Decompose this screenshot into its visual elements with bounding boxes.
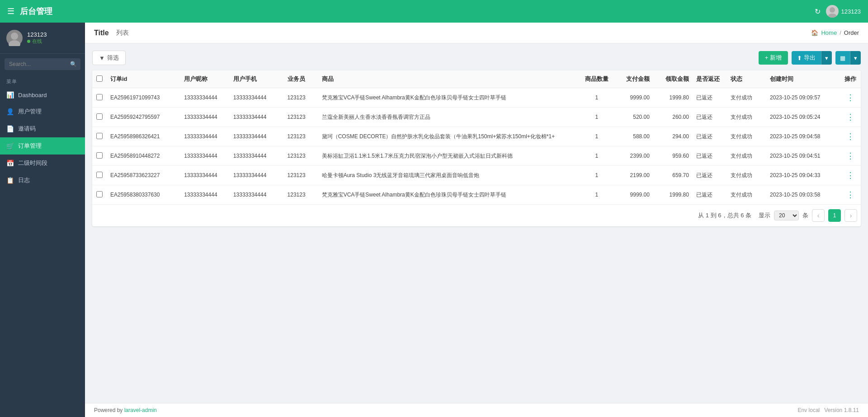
sidebar-user: 123123 在线 — [0, 23, 85, 54]
user-info[interactable]: 123123 — [826, 5, 861, 18]
filter-button[interactable]: ▼ 筛选 — [92, 51, 126, 65]
row-createtime: 2023-10-25 09:03:58 — [766, 185, 840, 205]
footer: Powered by laravel-admin Env local Versi… — [85, 403, 868, 417]
export-group: ⬆ 导出 ▾ — [792, 51, 832, 65]
row-action-dots[interactable]: ⋮ — [846, 112, 854, 122]
col-header-orderid: 订单id — [107, 70, 180, 88]
row-amount: 520.00 — [614, 108, 653, 127]
sidebar-item-users[interactable]: 👤 用户管理 — [0, 103, 85, 120]
row-action-dots[interactable]: ⋮ — [846, 171, 854, 180]
row-refund: 已返还 — [693, 88, 727, 108]
next-page-button[interactable]: › — [844, 209, 857, 222]
invite-icon: 📄 — [6, 125, 14, 132]
row-agent: 123123 — [284, 166, 318, 185]
sidebar-search-container: 🔍 — [0, 54, 85, 75]
svg-point-0 — [830, 7, 835, 13]
filter-icon: ▼ — [99, 55, 105, 61]
row-action[interactable]: ⋮ — [840, 146, 861, 166]
sidebar-item-orders[interactable]: 🛒 订单管理 — [0, 137, 85, 155]
laravel-admin-link[interactable]: laravel-admin — [124, 407, 157, 413]
row-action-dots[interactable]: ⋮ — [846, 151, 854, 160]
row-checkbox[interactable] — [96, 94, 103, 100]
row-checkbox[interactable] — [96, 113, 103, 120]
sidebar-item-label: 邀请码 — [18, 125, 36, 133]
row-cashback: 1999.80 — [653, 185, 693, 205]
row-checkbox[interactable] — [96, 133, 103, 139]
row-phone: 13333334444 — [230, 88, 284, 108]
row-status: 支付成功 — [727, 88, 766, 108]
footer-right: Env local Version 1.8.11 — [798, 407, 859, 413]
row-createtime: 2023-10-25 09:04:33 — [766, 166, 840, 185]
sidebar-item-dashboard[interactable]: 📊 Dashboard — [0, 87, 85, 103]
row-refund: 已返还 — [693, 108, 727, 127]
cols-caret-button[interactable]: ▾ — [850, 51, 861, 65]
export-caret-button[interactable]: ▾ — [821, 51, 832, 65]
page-1-button[interactable]: 1 — [828, 209, 841, 222]
row-phone: 13333334444 — [230, 108, 284, 127]
refresh-icon[interactable]: ↻ — [815, 7, 821, 16]
row-goods: 梵克雅宝VCA手链Sweet Alhambra黄K金配白色珍珠贝母手链女士四叶草… — [318, 88, 580, 108]
page-size-select[interactable]: 20 10 50 100 — [774, 211, 799, 220]
row-agent: 123123 — [284, 127, 318, 146]
col-header-status: 状态 — [727, 70, 766, 88]
add-button[interactable]: + 新增 — [759, 51, 788, 65]
row-checkbox-cell — [92, 88, 107, 108]
sidebar-item-logs[interactable]: 📋 日志 — [0, 172, 85, 189]
row-checkbox[interactable] — [96, 172, 103, 178]
export-button[interactable]: ⬆ 导出 — [792, 51, 821, 65]
svg-point-2 — [11, 33, 18, 40]
row-cashback: 260.00 — [653, 108, 693, 127]
row-action[interactable]: ⋮ — [840, 166, 861, 185]
row-createtime: 2023-10-25 09:05:24 — [766, 108, 840, 127]
cols-button[interactable]: ▦ — [835, 51, 850, 65]
hamburger-icon[interactable]: ☰ — [7, 6, 14, 16]
row-username: 13333334444 — [180, 108, 230, 127]
row-action[interactable]: ⋮ — [840, 185, 861, 205]
sidebar: 123123 在线 🔍 菜单 📊 Dashboard � — [0, 23, 85, 417]
prev-page-button[interactable]: ‹ — [812, 209, 825, 222]
row-goods: 美标浴缸卫浴1.1米1.5米1.7米压克力民宿深泡小户型无裙嵌入式浴缸日式新科德 — [318, 146, 580, 166]
table-card: 订单id 用户昵称 用户手机 业务员 商品 商品数量 支付金额 领取金额 是否返… — [92, 70, 861, 226]
table-row: EA25958986326421 13333334444 13333334444… — [92, 127, 861, 146]
row-action-dots[interactable]: ⋮ — [846, 132, 854, 141]
export-icon: ⬆ — [797, 55, 802, 61]
row-count: 1 — [580, 185, 614, 205]
env-label: Env local — [798, 407, 820, 413]
app-brand: 后台管理 — [20, 6, 52, 17]
row-phone: 13333334444 — [230, 146, 284, 166]
toolbar-right: + 新增 ⬆ 导出 ▾ ▦ ▾ — [759, 51, 861, 65]
sidebar-item-label: 用户管理 — [18, 108, 42, 116]
row-goods: 哈曼卡顿Aura Studio 3无线蓝牙音箱琉璃三代家用桌面音响低音炮 — [318, 166, 580, 185]
orders-table: 订单id 用户昵称 用户手机 业务员 商品 商品数量 支付金额 领取金额 是否返… — [92, 70, 861, 205]
top-nav-right: ↻ 123123 — [815, 5, 861, 18]
timeslot-icon: 📅 — [6, 159, 14, 167]
row-orderid: EA25958986326421 — [107, 127, 180, 146]
row-checkbox[interactable] — [96, 152, 103, 159]
row-username: 13333334444 — [180, 185, 230, 205]
row-action-dots[interactable]: ⋮ — [846, 93, 854, 102]
row-amount: 9999.00 — [614, 88, 653, 108]
sidebar-item-timeslot[interactable]: 📅 二级时间段 — [0, 155, 85, 172]
cols-group: ▦ ▾ — [835, 51, 861, 65]
top-user-name: 123123 — [841, 8, 861, 15]
row-agent: 123123 — [284, 185, 318, 205]
col-header-goods: 商品 — [318, 70, 580, 88]
row-action[interactable]: ⋮ — [840, 127, 861, 146]
show-label: 显示 — [759, 211, 770, 220]
row-action[interactable]: ⋮ — [840, 108, 861, 127]
row-username: 13333334444 — [180, 166, 230, 185]
row-count: 1 — [580, 166, 614, 185]
row-checkbox-cell — [92, 146, 107, 166]
search-input[interactable] — [5, 58, 80, 70]
select-all-checkbox[interactable] — [96, 75, 103, 82]
row-checkbox-cell — [92, 185, 107, 205]
sidebar-item-invite[interactable]: 📄 邀请码 — [0, 120, 85, 137]
breadcrumb-home-label[interactable]: Home — [821, 29, 837, 36]
row-action[interactable]: ⋮ — [840, 88, 861, 108]
row-status: 支付成功 — [727, 127, 766, 146]
row-checkbox[interactable] — [96, 191, 103, 197]
row-phone: 13333334444 — [230, 185, 284, 205]
row-action-dots[interactable]: ⋮ — [846, 190, 854, 199]
table-header: 订单id 用户昵称 用户手机 业务员 商品 商品数量 支付金额 领取金额 是否返… — [92, 70, 861, 88]
row-status: 支付成功 — [727, 185, 766, 205]
